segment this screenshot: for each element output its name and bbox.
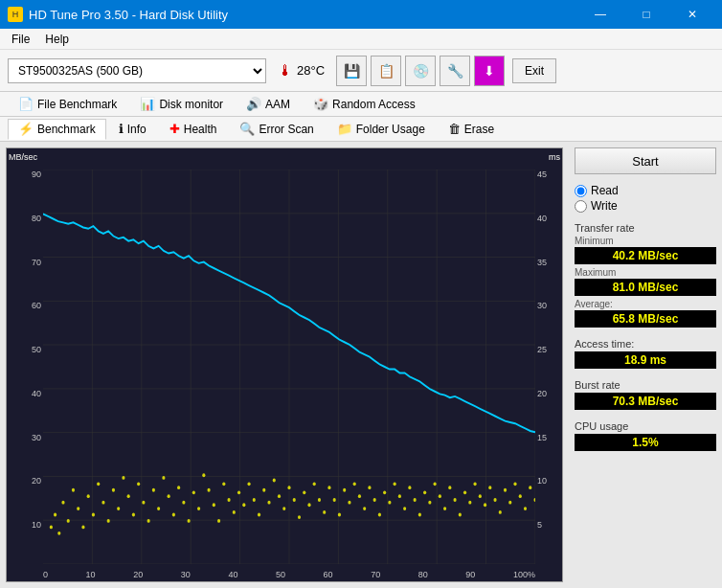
y-right-label-45: 45 xyxy=(537,170,560,179)
svg-point-110 xyxy=(499,510,502,514)
svg-point-75 xyxy=(323,510,326,514)
temperature-icon: 🌡 xyxy=(278,62,293,79)
write-radio-label[interactable]: Write xyxy=(575,199,716,213)
write-radio[interactable] xyxy=(575,200,587,213)
x-label-60: 60 xyxy=(324,570,333,579)
svg-point-91 xyxy=(403,507,406,510)
svg-point-59 xyxy=(242,503,245,507)
y-right-label-5: 5 xyxy=(537,520,560,530)
svg-point-25 xyxy=(72,488,75,492)
svg-point-33 xyxy=(112,488,115,492)
svg-point-84 xyxy=(368,486,371,489)
read-radio[interactable] xyxy=(575,185,587,197)
tab-health[interactable]: ✚ Health xyxy=(159,119,228,140)
menu-help[interactable]: Help xyxy=(37,31,77,48)
svg-point-116 xyxy=(529,486,531,489)
tab-file-benchmark[interactable]: 📄 File Benchmark xyxy=(8,94,127,115)
x-axis: 0 10 20 30 40 50 60 70 80 90 100% xyxy=(43,570,535,579)
tab-disk-monitor[interactable]: 📊 Disk monitor xyxy=(129,94,234,115)
y-right-title: ms xyxy=(549,152,560,162)
write-label: Write xyxy=(591,199,618,213)
svg-point-105 xyxy=(473,482,476,486)
minimum-value: 40.2 MB/sec xyxy=(575,247,716,264)
toolbar: ST9500325AS (500 GB) 🌡 28°C 💾 📋 💿 🔧 ⬇ Ex… xyxy=(0,50,722,92)
tab-random-access[interactable]: 🎲 Random Access xyxy=(303,94,426,115)
average-label: Average: xyxy=(575,299,716,309)
y-label-10: 10 xyxy=(9,520,43,530)
access-time-label: Access time: xyxy=(575,338,716,350)
y-label-40: 40 xyxy=(9,389,43,398)
svg-point-74 xyxy=(318,498,321,502)
svg-point-51 xyxy=(202,473,205,477)
toolbar-btn-1[interactable]: 💾 xyxy=(336,56,367,86)
title-bar-left: H HD Tune Pro 3.50 - Hard Disk Utility xyxy=(8,7,228,22)
file-benchmark-icon: 📄 xyxy=(18,97,34,111)
tab-folder-usage[interactable]: 📁 Folder Usage xyxy=(327,119,436,140)
svg-point-81 xyxy=(353,482,356,486)
svg-point-35 xyxy=(122,476,124,480)
svg-point-69 xyxy=(293,498,296,502)
svg-point-90 xyxy=(398,494,401,498)
minimize-button[interactable]: — xyxy=(578,0,622,29)
svg-point-44 xyxy=(168,494,170,498)
svg-point-40 xyxy=(147,519,150,523)
y-right-label-25: 25 xyxy=(537,345,560,354)
svg-point-107 xyxy=(484,503,486,507)
error-scan-icon: 🔍 xyxy=(239,122,255,136)
y-right-label-30: 30 xyxy=(537,301,560,310)
tabs-row1: 📄 File Benchmark 📊 Disk monitor 🔊 AAM 🎲 … xyxy=(0,92,722,117)
tab-error-scan-label: Error Scan xyxy=(259,123,313,136)
toolbar-btn-5[interactable]: ⬇ xyxy=(474,56,505,86)
y-label-50: 50 xyxy=(9,345,43,354)
x-label-50: 50 xyxy=(276,570,285,579)
disk-monitor-icon: 📊 xyxy=(140,97,155,111)
tab-health-label: Health xyxy=(184,123,217,136)
svg-point-101 xyxy=(454,498,457,502)
average-value: 65.8 MB/sec xyxy=(575,310,716,328)
svg-point-21 xyxy=(54,513,56,517)
benchmark-icon: ⚡ xyxy=(18,122,34,136)
menu-file[interactable]: File xyxy=(4,31,37,48)
svg-point-82 xyxy=(358,494,361,498)
tab-benchmark[interactable]: ⚡ Benchmark xyxy=(8,119,106,140)
svg-point-70 xyxy=(298,515,301,519)
svg-point-34 xyxy=(117,507,120,510)
svg-point-72 xyxy=(307,503,310,507)
svg-point-64 xyxy=(267,501,270,505)
svg-point-93 xyxy=(414,498,417,502)
access-time-value: 18.9 ms xyxy=(575,351,716,369)
svg-point-38 xyxy=(137,482,140,486)
toolbar-btn-2[interactable]: 📋 xyxy=(371,56,401,86)
burst-rate-label: Burst rate xyxy=(575,379,716,391)
svg-point-26 xyxy=(77,507,79,510)
disk-selector[interactable]: ST9500325AS (500 GB) xyxy=(8,58,266,83)
svg-point-27 xyxy=(81,525,84,529)
svg-point-58 xyxy=(237,490,240,494)
exit-button[interactable]: Exit xyxy=(512,58,556,83)
read-write-group: Read Write xyxy=(575,184,716,213)
svg-point-37 xyxy=(132,513,135,517)
close-button[interactable]: ✕ xyxy=(670,0,714,29)
svg-point-114 xyxy=(519,494,522,498)
x-label-0: 0 xyxy=(43,570,48,579)
svg-point-100 xyxy=(448,486,451,489)
toolbar-btn-3[interactable]: 💿 xyxy=(405,56,436,86)
toolbar-btn-4[interactable]: 🔧 xyxy=(440,56,470,86)
svg-point-57 xyxy=(233,510,236,514)
start-button[interactable]: Start xyxy=(575,147,716,174)
svg-point-30 xyxy=(97,482,100,486)
read-radio-label[interactable]: Read xyxy=(575,184,716,197)
tab-erase[interactable]: 🗑 Erase xyxy=(438,119,505,140)
svg-point-60 xyxy=(247,482,250,486)
maximize-button[interactable]: □ xyxy=(624,0,668,29)
chart-container: MB/sec ms xyxy=(6,147,563,582)
tab-aam[interactable]: 🔊 AAM xyxy=(236,94,301,115)
svg-point-66 xyxy=(278,494,281,498)
tab-info[interactable]: ℹ Info xyxy=(108,119,157,140)
svg-point-95 xyxy=(423,490,426,494)
transfer-rate-section: Transfer rate Minimum 40.2 MB/sec Maximu… xyxy=(575,222,716,330)
tab-error-scan[interactable]: 🔍 Error Scan xyxy=(229,119,324,140)
tab-benchmark-label: Benchmark xyxy=(37,123,96,136)
tab-folder-usage-label: Folder Usage xyxy=(356,123,425,136)
svg-point-20 xyxy=(50,525,53,529)
